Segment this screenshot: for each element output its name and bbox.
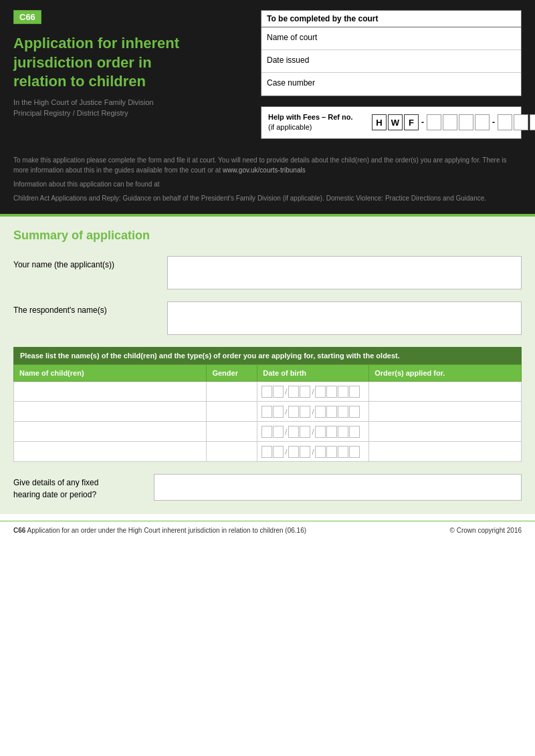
hearing-input[interactable] xyxy=(154,474,522,501)
dob-d2-4[interactable] xyxy=(273,446,284,458)
dob-y1-4[interactable] xyxy=(315,446,326,458)
dob-y3-3[interactable] xyxy=(338,426,348,438)
hwf-input-5[interactable] xyxy=(498,114,512,130)
children-table-header: Please list the name(s) of the child(ren… xyxy=(13,347,522,364)
form-subtitle: In the High Court of Justice Family Divi… xyxy=(13,97,247,119)
dob-cell-3: / / xyxy=(261,426,364,438)
hwf-input-6[interactable] xyxy=(514,114,528,130)
child-dob-1[interactable]: / / xyxy=(257,382,369,402)
case-number-row: Case number xyxy=(261,73,521,96)
dob-d2-2[interactable] xyxy=(273,406,284,418)
hwf-input-1[interactable] xyxy=(427,114,441,130)
hwf-f-letter: F xyxy=(404,114,419,130)
hwf-fields: H W F - - xyxy=(372,114,535,130)
hearing-row: Give details of any fixedhearing date or… xyxy=(13,474,522,501)
dob-cell-4: / / xyxy=(261,446,364,458)
dob-d1-4[interactable] xyxy=(261,446,272,458)
dob-y4-2[interactable] xyxy=(349,406,360,418)
dob-y3-4[interactable] xyxy=(338,446,348,458)
dob-cell-2: / / xyxy=(261,406,364,418)
dob-m2-1[interactable] xyxy=(300,386,310,398)
dob-d2-3[interactable] xyxy=(273,426,284,438)
summary-title: Summary of application xyxy=(13,229,522,243)
table-row: / / xyxy=(14,382,522,402)
hwf-h-letter: H xyxy=(372,114,387,130)
footer-badge: C66 xyxy=(13,527,25,534)
child-gender-3[interactable] xyxy=(207,422,257,442)
dob-m1-3[interactable] xyxy=(288,426,299,438)
dob-y2-3[interactable] xyxy=(326,426,337,438)
child-order-1[interactable] xyxy=(369,382,522,402)
dob-y4-1[interactable] xyxy=(349,386,360,398)
court-info-box: To be completed by the court Name of cou… xyxy=(261,10,522,96)
hwf-input-3[interactable] xyxy=(459,114,473,130)
right-column: To be completed by the court Name of cou… xyxy=(261,10,522,139)
applicant-label: Your name (the applicant(s)) xyxy=(13,256,160,269)
hwf-input-2[interactable] xyxy=(443,114,457,130)
date-issued-row: Date issued xyxy=(261,50,521,73)
body-text-3: Children Act Applications and Reply: Gui… xyxy=(13,193,522,203)
dob-m2-2[interactable] xyxy=(300,406,310,418)
dob-y1-1[interactable] xyxy=(315,386,326,398)
dob-m1-4[interactable] xyxy=(288,446,299,458)
dob-m2-3[interactable] xyxy=(300,426,310,438)
child-gender-4[interactable] xyxy=(207,442,257,462)
respondent-input[interactable] xyxy=(167,301,522,335)
applicant-row: Your name (the applicant(s)) xyxy=(13,256,522,289)
child-order-3[interactable] xyxy=(369,422,522,442)
hwf-label: Help with Fees – Ref no. (if applicable) xyxy=(268,112,365,133)
hearing-label: Give details of any fixedhearing date or… xyxy=(13,474,147,501)
respondent-label: The respondent's name(s) xyxy=(13,301,160,315)
child-dob-4[interactable]: / / xyxy=(257,442,369,462)
dob-y2-4[interactable] xyxy=(326,446,337,458)
children-table-wrapper: Please list the name(s) of the child(ren… xyxy=(13,347,522,462)
dob-y4-4[interactable] xyxy=(349,446,360,458)
child-gender-2[interactable] xyxy=(207,402,257,422)
body-text-area: To make this application please complete… xyxy=(13,155,522,207)
body-text-1: To make this application please complete… xyxy=(13,155,522,175)
left-column: C66 Application for inherentjurisdiction… xyxy=(13,10,247,119)
footer-right: © Crown copyright 2016 xyxy=(450,527,522,534)
respondent-row: The respondent's name(s) xyxy=(13,301,522,335)
dob-y2-2[interactable] xyxy=(326,406,337,418)
dob-d1-1[interactable] xyxy=(261,386,272,398)
child-order-4[interactable] xyxy=(369,442,522,462)
children-table: Name of child(ren) Gender Date of birth … xyxy=(13,364,522,462)
hwf-input-7[interactable] xyxy=(530,114,535,130)
dob-m1-1[interactable] xyxy=(288,386,299,398)
child-name-1[interactable] xyxy=(14,382,207,402)
child-name-3[interactable] xyxy=(14,422,207,442)
footer-description: Application for an order under the High … xyxy=(25,527,306,534)
child-order-2[interactable] xyxy=(369,402,522,422)
dob-y1-2[interactable] xyxy=(315,406,326,418)
dob-d2-1[interactable] xyxy=(273,386,284,398)
dob-m1-2[interactable] xyxy=(288,406,299,418)
col-name: Name of child(ren) xyxy=(14,365,207,382)
applicant-input[interactable] xyxy=(167,256,522,289)
dob-d1-2[interactable] xyxy=(261,406,272,418)
dob-m2-4[interactable] xyxy=(300,446,310,458)
dob-y3-2[interactable] xyxy=(338,406,348,418)
table-row: / / xyxy=(14,402,522,422)
dob-y4-3[interactable] xyxy=(349,426,360,438)
dob-y1-3[interactable] xyxy=(315,426,326,438)
body-text-2: Information about this application can b… xyxy=(13,179,522,189)
form-badge: C66 xyxy=(13,10,41,24)
summary-section: Summary of application Your name (the ap… xyxy=(0,217,535,514)
top-section: C66 Application for inherentjurisdiction… xyxy=(0,0,535,214)
col-dob: Date of birth xyxy=(257,365,369,382)
dob-y2-1[interactable] xyxy=(326,386,337,398)
table-row: / / xyxy=(14,422,522,442)
hwf-input-4[interactable] xyxy=(475,114,490,130)
child-name-4[interactable] xyxy=(14,442,207,462)
court-box-header: To be completed by the court xyxy=(261,11,521,27)
hwf-box: Help with Fees – Ref no. (if applicable)… xyxy=(261,106,522,139)
child-name-2[interactable] xyxy=(14,402,207,422)
name-of-court-row: Name of court xyxy=(261,27,521,50)
child-gender-1[interactable] xyxy=(207,382,257,402)
child-dob-2[interactable]: / / xyxy=(257,402,369,422)
child-dob-3[interactable]: / / xyxy=(257,422,369,442)
dob-y3-1[interactable] xyxy=(338,386,348,398)
col-order: Order(s) applied for. xyxy=(369,365,522,382)
dob-d1-3[interactable] xyxy=(261,426,272,438)
